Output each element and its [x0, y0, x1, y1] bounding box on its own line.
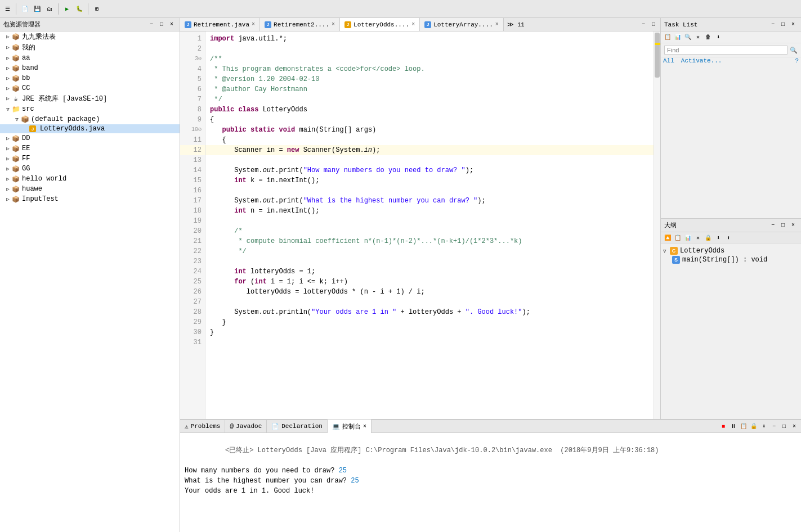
tree-item-helloworld[interactable]: ▷ 📦 hello world — [0, 174, 180, 184]
tab-lotteryarray[interactable]: J LotteryArray.... × — [420, 18, 504, 31]
tab-retirement[interactable]: J Retirement.java × — [180, 18, 260, 31]
menu-icon[interactable]: ☰ — [2, 4, 12, 14]
tree-item-inputtest[interactable]: ▷ 📦 InputTest — [0, 194, 180, 204]
code-line-23[interactable] — [205, 256, 654, 267]
console-close-btn[interactable]: × — [790, 422, 799, 431]
task-tool-5[interactable]: 🗑 — [704, 33, 713, 42]
outline-tool-5[interactable]: 🔒 — [704, 233, 713, 242]
new-icon[interactable]: 📄 — [20, 4, 30, 14]
tab-lotteryodds[interactable]: J LotteryOdds.... × — [340, 18, 420, 31]
outline-maximize-btn[interactable]: □ — [778, 221, 787, 230]
tree-item-wode[interactable]: ▷ 📦 我的 — [0, 42, 180, 53]
code-line-20[interactable]: /* — [205, 226, 654, 236]
bottom-tab-console[interactable]: 💻 控制台 × — [328, 420, 372, 433]
code-line-2[interactable] — [205, 44, 654, 54]
code-line-25[interactable]: for (int i = 1; i <= k; i++) — [205, 277, 654, 287]
editor-minimize-btn[interactable]: − — [639, 20, 648, 29]
code-line-8[interactable]: public class LotteryOdds — [205, 105, 654, 115]
tree-item-jre[interactable]: ▷ ☕ JRE 系统库 [JavaSE-10] — [0, 93, 180, 104]
tree-item-band[interactable]: ▷ 📦 band — [0, 63, 180, 73]
code-line-1[interactable]: import java.util.*; — [205, 34, 654, 44]
scrollbar-thumb[interactable] — [655, 33, 660, 78]
code-line-28[interactable]: System.out.println("Your odds are 1 in "… — [205, 307, 654, 317]
console-maximize-btn[interactable]: □ — [780, 422, 789, 431]
outline-close-btn[interactable]: × — [789, 221, 798, 230]
tree-item-ff[interactable]: ▷ 📦 FF — [0, 154, 180, 164]
code-line-9[interactable]: { — [205, 115, 654, 125]
perspective-icon[interactable]: ⊞ — [92, 4, 102, 14]
task-tool-2[interactable]: 📊 — [673, 33, 682, 42]
task-tool-3[interactable]: 🔍 — [683, 33, 692, 42]
console-tool-1[interactable]: 📋 — [739, 422, 748, 431]
tree-item-99[interactable]: ▷ 📦 九九乘法表 — [0, 31, 180, 42]
code-line-7[interactable]: */ — [205, 94, 654, 105]
console-tool-2[interactable]: 🔒 — [749, 422, 758, 431]
editor-scrollbar[interactable] — [654, 31, 660, 419]
tree-item-default-pkg[interactable]: ▽ 📦 (default package) — [0, 114, 180, 124]
close-panel-btn[interactable]: × — [167, 20, 176, 29]
code-line-24[interactable]: int lotteryOdds = 1; — [205, 267, 654, 277]
outline-item-lotteryodds[interactable]: ▽ C LotteryOdds — [663, 246, 799, 255]
task-tool-6[interactable]: ⬇ — [714, 33, 723, 42]
debug-icon[interactable]: 🐛 — [74, 4, 84, 14]
bottom-tab-problems[interactable]: ⚠ Problems — [180, 420, 225, 433]
console-tool-3[interactable]: ⬇ — [759, 422, 768, 431]
maximize-panel-btn[interactable]: □ — [157, 20, 166, 29]
tab-close-icon[interactable]: × — [495, 21, 499, 28]
task-maximize-btn[interactable]: □ — [778, 20, 787, 29]
outline-tool-2[interactable]: 📋 — [673, 233, 682, 242]
tab-overflow-btn[interactable]: ≫ 11 — [504, 21, 528, 28]
code-line-30[interactable]: } — [205, 327, 654, 337]
code-line-14[interactable]: System.out.print("How many numbers do yo… — [205, 165, 654, 175]
search-icon[interactable]: 🔍 — [790, 47, 798, 54]
tree-item-ee[interactable]: ▷ 📦 EE — [0, 143, 180, 154]
tree-item-dd[interactable]: ▷ 📦 DD — [0, 133, 180, 143]
code-line-10[interactable]: public static void main(String[] args) — [205, 125, 654, 135]
outline-item-main[interactable]: S main(String[]) : void — [672, 255, 799, 264]
code-line-26[interactable]: lotteryOdds = lotteryOdds * (n - i + 1) … — [205, 287, 654, 297]
save-icon[interactable]: 💾 — [32, 4, 42, 14]
task-minimize-btn[interactable]: − — [768, 20, 777, 29]
tree-item-lotteryodds[interactable]: J LotteryOdds.java — [0, 124, 180, 133]
code-line-18[interactable]: int n = in.nextInt(); — [205, 206, 654, 216]
activate-link[interactable]: Activate... — [681, 57, 722, 64]
stop-icon[interactable]: ■ — [719, 422, 728, 431]
tab-close-icon[interactable]: × — [332, 21, 335, 28]
tree-item-bb[interactable]: ▷ 📦 bb — [0, 73, 180, 83]
tree-item-aa[interactable]: ▷ 📦 aa — [0, 53, 180, 63]
minimize-panel-btn[interactable]: − — [147, 20, 156, 29]
save-all-icon[interactable]: 🗂 — [44, 4, 55, 14]
code-line-6[interactable]: * @author Cay Horstmann — [205, 84, 654, 94]
code-line-16[interactable] — [205, 186, 654, 196]
code-line-3[interactable]: /** — [205, 54, 654, 64]
help-icon[interactable]: ? — [795, 57, 799, 64]
task-close-btn[interactable]: × — [789, 20, 798, 29]
code-content[interactable]: import java.util.*; /** * This program d… — [205, 31, 654, 419]
outline-tool-6[interactable]: ⬇ — [714, 233, 723, 242]
outline-tool-1[interactable]: 🔼 — [663, 233, 672, 242]
code-line-17[interactable]: System.out.print("What is the highest nu… — [205, 196, 654, 206]
tree-item-huawe[interactable]: ▷ 📦 huawe — [0, 184, 180, 194]
all-link[interactable]: All — [663, 57, 674, 64]
suspend-icon[interactable]: ⏸ — [729, 422, 738, 431]
tab-retirement2[interactable]: J Retirement2.... × — [260, 18, 340, 31]
task-tool-1[interactable]: 📋 — [663, 33, 672, 42]
tab-close-icon[interactable]: × — [411, 21, 415, 28]
tree-item-gg[interactable]: ▷ 📦 GG — [0, 164, 180, 174]
tree-item-src[interactable]: ▽ 📁 src — [0, 104, 180, 114]
tab-close-icon[interactable]: × — [252, 21, 255, 28]
code-line-11[interactable]: { — [205, 135, 654, 145]
code-line-31[interactable] — [205, 337, 654, 348]
code-line-19[interactable] — [205, 216, 654, 226]
code-line-21[interactable]: * compute binomial coefficient n*(n-1)*(… — [205, 236, 654, 246]
task-tool-4[interactable]: ✕ — [693, 33, 702, 42]
tree-item-cc[interactable]: ▷ 📦 CC — [0, 83, 180, 93]
outline-tool-7[interactable]: ⬆ — [724, 233, 733, 242]
code-line-29[interactable]: } — [205, 317, 654, 327]
console-close-icon[interactable]: × — [363, 423, 366, 430]
code-line-5[interactable]: * @version 1.20 2004-02-10 — [205, 74, 654, 84]
editor-maximize-btn[interactable]: □ — [649, 20, 658, 29]
task-search-input[interactable] — [664, 46, 787, 55]
console-minimize-btn[interactable]: − — [769, 422, 778, 431]
code-line-22[interactable]: */ — [205, 246, 654, 256]
